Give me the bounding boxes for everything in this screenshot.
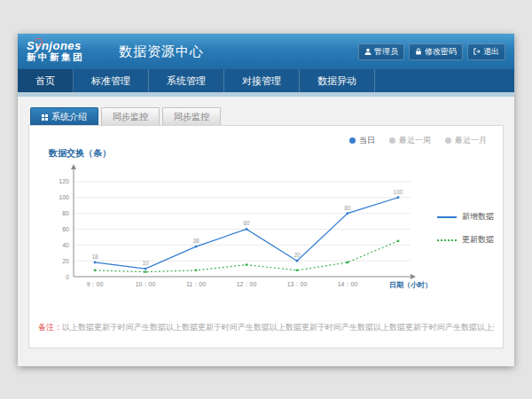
- logout-icon: [473, 48, 481, 55]
- tab-sync-monitor-1[interactable]: 同步监控: [101, 107, 160, 126]
- svg-text:9：00: 9：00: [87, 281, 104, 287]
- logo-subtext: 新中新集团: [27, 51, 106, 63]
- change-password-button[interactable]: 修改密码: [409, 43, 463, 60]
- svg-text:11：00: 11：00: [186, 281, 206, 287]
- svg-text:18: 18: [91, 254, 98, 260]
- svg-text:80: 80: [344, 205, 351, 211]
- svg-text:40: 40: [62, 242, 69, 248]
- footnote-label: 备注：: [38, 323, 62, 332]
- tab-system-intro[interactable]: 系统介绍: [30, 107, 98, 126]
- svg-text:0: 0: [66, 274, 69, 280]
- nav-item-data-change[interactable]: 数据异动: [300, 69, 375, 92]
- tab-bar: 系统介绍 同步监控 同步监控: [30, 107, 504, 126]
- nav-item-system-mgmt[interactable]: 系统管理: [149, 69, 224, 92]
- svg-text:60: 60: [62, 226, 69, 232]
- filter-last-week[interactable]: 最近一周: [389, 135, 431, 146]
- page-title: 数据资源中心: [119, 43, 204, 60]
- radio-dot-icon: [445, 137, 451, 144]
- header: Synjones 新中新集团 数据资源中心 管理员 修改密码 退出: [18, 34, 514, 69]
- legend-new-data[interactable]: 新增数据: [437, 211, 494, 223]
- legend-updated-data[interactable]: 更新数据: [437, 234, 494, 246]
- solid-line-icon: [437, 216, 457, 218]
- nav-item-home[interactable]: 首页: [18, 69, 74, 92]
- svg-text:20: 20: [293, 252, 301, 258]
- svg-text:10: 10: [142, 260, 149, 266]
- logout-button[interactable]: 退出: [467, 43, 505, 60]
- tab-label: 同步监控: [174, 111, 209, 123]
- lock-icon: [415, 48, 422, 55]
- svg-text:10：00: 10：00: [136, 281, 156, 287]
- admin-button[interactable]: 管理员: [358, 43, 404, 60]
- series-legend: 新增数据 更新数据: [437, 211, 494, 246]
- change-password-label: 修改密码: [425, 46, 457, 58]
- svg-text:120: 120: [59, 178, 69, 184]
- main-content: 系统介绍 同步监控 同步监控 当日 最近一周: [18, 97, 514, 366]
- footnote-text: 以上数据更新于时间产生数据以上数据更新于时间产生数据以上数据更新于时间产生数据以…: [62, 323, 494, 332]
- svg-text:20: 20: [62, 258, 69, 264]
- svg-text:14：00: 14：00: [338, 281, 358, 287]
- tab-label: 系统介绍: [51, 111, 87, 123]
- dotted-line-icon: [437, 239, 457, 241]
- footnote: 备注：以上数据更新于时间产生数据以上数据更新于时间产生数据以上数据更新于时间产生…: [38, 322, 494, 333]
- svg-text:13：00: 13：00: [287, 281, 308, 287]
- svg-text:日期（小时）: 日期（小时）: [389, 281, 432, 289]
- svg-text:60: 60: [243, 220, 250, 226]
- y-axis-title: 数据交换（条）: [49, 147, 111, 160]
- filter-label: 最近一月: [455, 135, 487, 146]
- main-nav: 首页 标准管理 系统管理 对接管理 数据异动: [18, 69, 514, 92]
- range-filters: 当日 最近一周 最近一月: [349, 135, 487, 146]
- chart-panel: 当日 最近一周 最近一月 数据交换（条） 0204060801001209：00…: [28, 125, 504, 348]
- svg-text:12：00: 12：00: [237, 281, 257, 287]
- filter-last-month[interactable]: 最近一月: [445, 135, 487, 146]
- svg-text:100: 100: [394, 189, 403, 195]
- legend-label: 新增数据: [462, 211, 494, 223]
- filter-label: 当日: [359, 135, 375, 146]
- legend-label: 更新数据: [462, 234, 494, 246]
- radio-dot-icon: [349, 137, 356, 144]
- brand-logo: Synjones 新中新集团: [27, 40, 106, 63]
- tab-label: 同步监控: [113, 111, 148, 123]
- svg-text:80: 80: [62, 210, 69, 216]
- filter-label: 最近一周: [399, 135, 431, 146]
- app-window: Synjones 新中新集团 数据资源中心 管理员 修改密码 退出 首页 标准管…: [18, 34, 514, 366]
- radio-dot-icon: [389, 137, 395, 144]
- svg-text:38: 38: [192, 238, 200, 244]
- nav-item-standard-mgmt[interactable]: 标准管理: [74, 69, 149, 92]
- grid-icon: [42, 114, 48, 121]
- user-icon: [364, 48, 372, 55]
- nav-item-interface-mgmt[interactable]: 对接管理: [224, 69, 300, 92]
- tab-sync-monitor-2[interactable]: 同步监控: [162, 107, 221, 126]
- filter-today[interactable]: 当日: [349, 135, 375, 146]
- logout-label: 退出: [483, 46, 499, 58]
- line-chart: 0204060801001209：0010：0011：0012：0013：001…: [43, 161, 434, 294]
- admin-button-label: 管理员: [374, 46, 398, 58]
- svg-text:100: 100: [59, 194, 69, 200]
- header-actions: 管理员 修改密码 退出: [358, 34, 505, 69]
